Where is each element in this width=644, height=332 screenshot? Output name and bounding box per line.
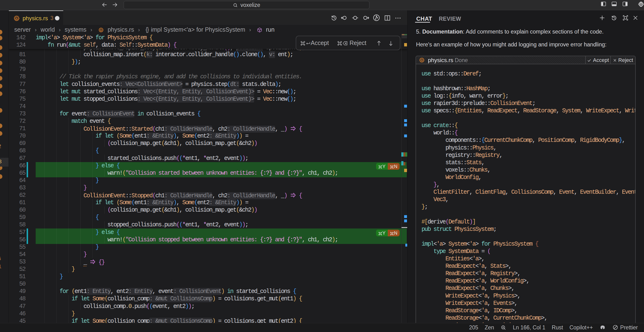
svg-text:R: R xyxy=(16,17,18,21)
svg-text:R: R xyxy=(421,58,423,62)
svg-text:R: R xyxy=(100,28,102,32)
